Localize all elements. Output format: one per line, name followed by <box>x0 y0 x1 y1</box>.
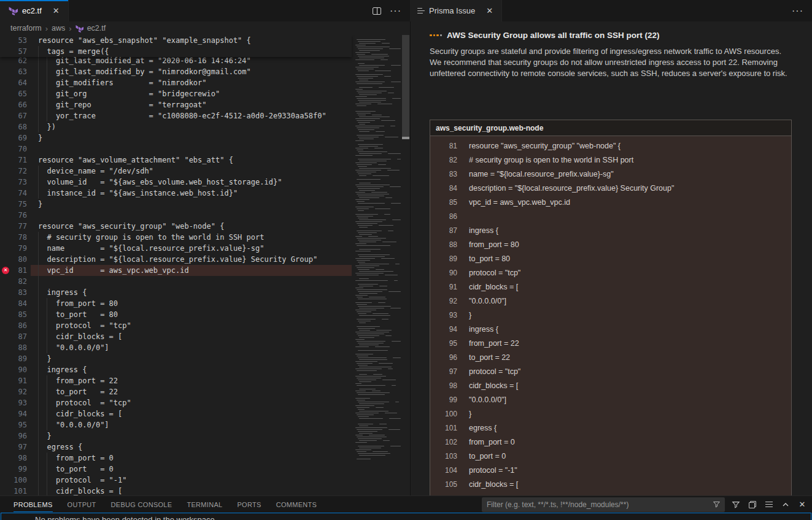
code-text: device_name = "/dev/sdh" <box>38 166 153 177</box>
line-number: 97 <box>430 365 457 379</box>
code-block-body: 81resource "aws_security_group" "web-nod… <box>430 136 791 495</box>
panel-tab-terminal[interactable]: TERMINAL <box>187 497 222 512</box>
line-number: 80 <box>0 254 27 265</box>
maximize-panel-icon[interactable] <box>780 499 791 510</box>
collapse-all-icon[interactable] <box>747 499 758 510</box>
code-line-64: 64 git_modifiers = "nimrodkor" <box>0 77 352 88</box>
more-filters-icon[interactable] <box>730 499 741 510</box>
line-number: 86 <box>0 320 27 331</box>
vscode-window: ec2.tf ✕ ··· terraform › aws › ec2.tf 62… <box>0 0 812 520</box>
code-text: "0.0.0.0/0"] <box>469 294 506 308</box>
resource-code-block: aws_security_group.web-node 81resource "… <box>430 120 792 495</box>
code-editor[interactable]: 62 git_last_modified_at = "2020-06-16 14… <box>0 35 410 495</box>
code-text: from_port = 80 <box>469 238 519 252</box>
code-text: } <box>38 199 42 210</box>
close-panel-icon[interactable]: ✕ <box>797 499 808 510</box>
code-line-90: 90 ingress { <box>0 364 352 375</box>
line-number: 88 <box>0 342 27 353</box>
code-line-81: 81✕ vpc_id = aws_vpc.web_vpc.id <box>0 265 352 276</box>
panel-tab-problems[interactable]: PROBLEMS <box>14 497 53 512</box>
breadcrumb: terraform › aws › ec2.tf <box>0 21 410 35</box>
tab-prisma-issue[interactable]: Prisma Issue ✕ <box>410 0 502 21</box>
code-line-94: 94 cidr_blocks = [ <box>0 408 352 419</box>
code-line-101: 101 cidr_blocks = [ <box>0 486 352 495</box>
line-number: 99 <box>0 464 27 475</box>
line-number: 75 <box>0 199 27 210</box>
line-number: 94 <box>0 408 27 419</box>
code-text: } <box>38 132 42 143</box>
code-line-76: 76 <box>0 210 352 221</box>
left-tab-bar: ec2.tf ✕ ··· <box>0 0 410 21</box>
issue-description: Security groups are stateful and provide… <box>430 46 793 79</box>
block-line-100: 100} <box>430 407 791 421</box>
scrollbar-thumb[interactable] <box>402 35 409 139</box>
code-line-93: 93 protocol = "tcp" <box>0 397 352 408</box>
code-text: git_modifiers = "nimrodkor" <box>38 77 207 88</box>
breadcrumb-item-terraform[interactable]: terraform <box>10 24 42 32</box>
more-actions-icon[interactable]: ··· <box>390 8 401 14</box>
line-number: 104 <box>430 464 457 478</box>
code-text: "0.0.0.0/0"] <box>38 342 109 353</box>
panel-tab-comments[interactable]: COMMENTS <box>276 497 317 512</box>
code-line-68: 68 }) <box>0 121 352 132</box>
code-text: description = "${local.resource_prefix.v… <box>38 254 317 265</box>
line-number: 83 <box>430 167 457 182</box>
line-number: 98 <box>0 453 27 464</box>
split-editor-icon[interactable] <box>373 7 381 15</box>
code-text: protocol = "tcp" <box>38 320 131 331</box>
problems-status-message: No problems have been detected in the wo… <box>35 515 811 520</box>
code-text: from_port = 80 <box>38 298 118 309</box>
line-number: 78 <box>0 232 27 243</box>
problems-filter-input[interactable] <box>482 497 725 512</box>
block-line-95: 95from_port = 22 <box>430 337 791 351</box>
view-as-table-icon[interactable] <box>764 499 775 510</box>
breadcrumb-item-aws[interactable]: aws <box>52 24 65 32</box>
line-number: 74 <box>0 188 27 199</box>
editor-scrollbar[interactable] <box>401 35 410 495</box>
code-text: tags = merge({ <box>38 46 109 57</box>
error-icon: ✕ <box>2 267 9 274</box>
code-text: } <box>38 430 52 442</box>
line-number: 85 <box>430 196 457 210</box>
block-line-81: 81resource "aws_security_group" "web-nod… <box>430 139 791 153</box>
close-icon[interactable]: ✕ <box>484 5 495 17</box>
line-number: 99 <box>430 393 457 407</box>
tab-ec2-tf[interactable]: ec2.tf ✕ <box>0 0 69 21</box>
line-number: 87 <box>430 224 457 238</box>
panel-tab-debug-console[interactable]: DEBUG CONSOLE <box>111 497 172 512</box>
code-line-85: 85 to_port = 80 <box>0 309 352 320</box>
code-text: egress { <box>38 442 82 453</box>
code-line-99: 99 to_port = 0 <box>0 464 352 475</box>
code-text: protocol = "-1" <box>38 475 127 486</box>
code-line-96: 96 } <box>0 430 352 442</box>
code-text: ingress { <box>469 323 498 337</box>
block-line-88: 88from_port = 80 <box>430 238 791 252</box>
block-line-93: 93} <box>430 308 791 323</box>
panel-tab-ports[interactable]: PORTS <box>237 497 261 512</box>
code-line-84: 84 from_port = 80 <box>0 298 352 309</box>
list-icon <box>417 8 425 14</box>
line-number: 84 <box>430 182 457 196</box>
code-text: to_port = 0 <box>38 464 114 475</box>
filter-icon <box>713 500 721 508</box>
code-text: ingress { <box>469 224 498 238</box>
code-line-89: 89 } <box>0 353 352 364</box>
code-text: to_port = 80 <box>38 309 118 320</box>
breadcrumb-item-file[interactable]: ec2.tf <box>87 24 106 32</box>
line-number: 57 <box>0 46 27 57</box>
close-icon[interactable]: ✕ <box>50 5 62 17</box>
line-number: 98 <box>430 379 457 393</box>
filter-input-wrap <box>482 497 725 512</box>
code-line-77: 77resource "aws_security_group" "web-nod… <box>0 221 352 232</box>
code-text: to_port = 22 <box>38 386 118 397</box>
minimap[interactable] <box>353 35 401 495</box>
code-line-92: 92 to_port = 22 <box>0 386 352 397</box>
block-line-102: 102from_port = 0 <box>430 435 791 449</box>
code-text: name = "${local.resource_prefix.value}-s… <box>469 167 614 182</box>
panel-tab-output[interactable]: OUTPUT <box>68 497 96 512</box>
line-number: 65 <box>0 88 27 99</box>
more-actions-icon[interactable]: ··· <box>792 8 803 14</box>
line-number: 102 <box>430 435 457 449</box>
code-text: resource "aws_volume_attachment" "ebs_at… <box>38 155 233 166</box>
code-text: from_port = 22 <box>469 337 519 351</box>
